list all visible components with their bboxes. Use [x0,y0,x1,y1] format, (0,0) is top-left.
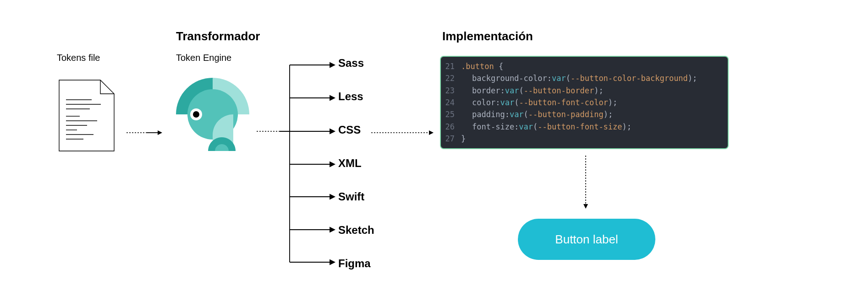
fanout-arrows-icon [257,57,344,272]
format-swift: Swift [338,190,374,203]
svg-marker-20 [330,96,335,100]
svg-marker-32 [429,130,434,135]
line-number: 23 [441,85,461,97]
code-line: 21.button { [441,60,728,72]
line-number: 26 [441,121,461,133]
implementation-title: Implementación [442,29,533,43]
transformer-subtitle: Token Engine [176,53,231,63]
svg-marker-24 [330,162,335,167]
format-sass: Sass [338,57,374,70]
svg-point-14 [193,111,199,118]
format-figma: Figma [338,257,374,270]
code-line: 26font-size:var(--button-font-size); [441,121,728,133]
svg-marker-11 [158,130,162,135]
svg-marker-26 [330,194,335,199]
button-preview-label: Button label [555,232,618,247]
code-text: border:var(--button-border); [461,85,604,97]
format-xml: XML [338,157,374,170]
arrow-css-to-code-icon [371,128,435,137]
transformer-title: Transformador [176,29,260,43]
code-line: 25padding:var(--button-padding); [441,108,728,120]
tokens-pipeline-diagram: Tokens file Transformador [18,18,850,273]
code-line: 23border:var(--button-border); [441,85,728,97]
svg-marker-28 [330,227,335,232]
line-number: 22 [441,72,461,84]
tokens-file-icon [57,78,116,153]
code-text: font-size:var(--button-font-size); [461,121,632,133]
format-less: Less [338,90,374,103]
svg-marker-30 [330,260,335,264]
line-number: 25 [441,108,461,120]
code-text: .button { [461,60,503,72]
line-number: 24 [441,97,461,108]
line-number: 21 [441,60,461,72]
chameleon-logo-icon [176,78,249,151]
svg-marker-22 [330,129,335,134]
code-block: 21.button {22background-color:var(--butt… [440,56,729,149]
button-preview[interactable]: Button label [518,219,655,260]
tokens-file-label: Tokens file [57,53,100,63]
code-line: 24color:var(--button-font-color); [441,97,728,108]
line-number: 27 [441,133,461,145]
arrow-file-to-transformer-icon [126,128,163,137]
output-formats-list: Sass Less CSS XML Swift Sketch Figma [338,57,374,270]
format-css: CSS [338,124,374,136]
code-text: } [461,133,466,145]
svg-marker-34 [583,204,588,209]
arrow-code-to-button-icon [581,156,590,210]
code-text: color:var(--button-font-color); [461,97,617,108]
code-line: 22background-color:var(--button-color-ba… [441,72,728,84]
format-sketch: Sketch [338,224,374,237]
code-line: 27} [441,133,728,145]
code-text: padding:var(--button-padding); [461,108,613,120]
svg-marker-18 [330,63,335,67]
code-text: background-color:var(--button-color-back… [461,72,697,84]
